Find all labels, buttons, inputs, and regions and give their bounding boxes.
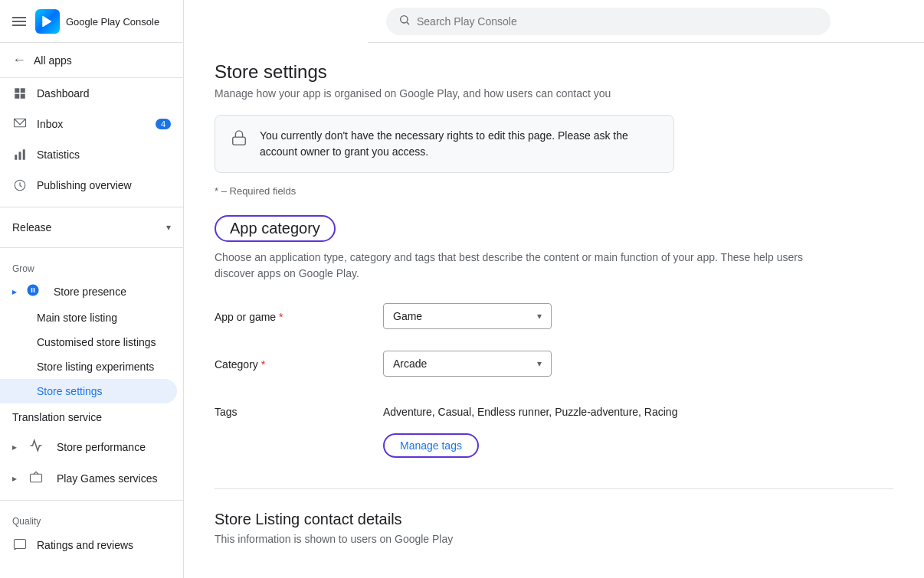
svg-rect-5 xyxy=(15,155,17,160)
required-fields-note: * – Required fields xyxy=(215,185,893,197)
sidebar-item-store-settings[interactable]: Store settings xyxy=(0,379,177,403)
svg-rect-2 xyxy=(15,94,19,99)
svg-rect-9 xyxy=(31,474,42,482)
play-games-icon xyxy=(29,470,43,486)
svg-rect-7 xyxy=(23,149,25,160)
tags-label: Tags xyxy=(215,398,368,418)
inbox-label: Inbox xyxy=(37,118,63,130)
store-performance-expand-icon: ▸ xyxy=(12,442,17,452)
ratings-icon xyxy=(12,537,28,553)
contact-section-subtitle: This information is shown to users on Go… xyxy=(215,533,893,545)
store-performance-label: Store performance xyxy=(57,441,146,453)
sidebar-item-translation-service[interactable]: Translation service xyxy=(0,403,183,431)
statistics-icon xyxy=(12,147,28,162)
translation-service-label: Translation service xyxy=(12,411,102,423)
publishing-overview-icon xyxy=(12,178,28,193)
page-subtitle: Manage how your app is organised on Goog… xyxy=(215,87,893,100)
sidebar-item-customised-store-listings[interactable]: Customised store listings xyxy=(0,330,183,354)
sidebar-item-publishing-overview[interactable]: Publishing overview xyxy=(0,170,183,201)
contact-details-section: Store Listing contact details This infor… xyxy=(215,511,893,545)
search-input[interactable] xyxy=(417,15,818,28)
back-arrow-icon: ← xyxy=(12,52,26,68)
store-performance-header[interactable]: ▸ Store performance xyxy=(0,431,183,462)
play-logo-icon xyxy=(35,9,60,34)
app-category-description: Choose an application type, category and… xyxy=(215,250,827,282)
grow-section-label: Grow xyxy=(0,254,183,277)
svg-rect-14 xyxy=(233,137,246,145)
sidebar-header-title: Google Play Console xyxy=(66,15,159,28)
divider-2 xyxy=(0,247,183,248)
sidebar-item-main-store-listing[interactable]: Main store listing xyxy=(0,305,183,330)
quality-section-label: Quality xyxy=(0,507,183,530)
ratings-and-reviews-label: Ratings and reviews xyxy=(37,539,133,551)
store-presence-icon xyxy=(26,283,40,299)
sidebar-header: Google Play Console xyxy=(0,0,183,43)
svg-rect-1 xyxy=(21,88,25,93)
section-divider xyxy=(215,488,893,489)
topbar xyxy=(368,0,924,43)
play-games-expand-icon: ▸ xyxy=(12,473,17,484)
svg-rect-3 xyxy=(21,94,25,99)
app-or-game-label: App or game * xyxy=(215,303,368,323)
all-apps-button[interactable]: ← All apps xyxy=(0,43,183,78)
svg-rect-10 xyxy=(15,540,26,549)
page-title: Store settings xyxy=(215,61,893,83)
category-dropdown-arrow-icon: ▾ xyxy=(537,358,542,369)
sidebar-item-dashboard[interactable]: Dashboard xyxy=(0,78,183,109)
sidebar-item-ratings-reviews[interactable]: Ratings and reviews xyxy=(0,530,183,560)
divider-3 xyxy=(0,500,183,501)
tags-value: Adventure, Casual, Endless runner, Puzzl… xyxy=(383,398,677,418)
release-chevron-icon: ▾ xyxy=(166,222,171,233)
sidebar: Google Play Console ← All apps Dashboard… xyxy=(0,0,184,578)
dashboard-icon xyxy=(12,86,28,101)
play-games-services-label: Play Games services xyxy=(57,472,157,485)
app-category-title: App category xyxy=(215,215,336,242)
category-select[interactable]: Arcade ▾ xyxy=(383,351,552,377)
hamburger-icon[interactable] xyxy=(12,15,26,28)
svg-line-13 xyxy=(407,22,409,24)
publishing-overview-label: Publishing overview xyxy=(37,179,132,191)
inbox-badge: 4 xyxy=(156,119,171,129)
sidebar-item-statistics[interactable]: Statistics xyxy=(0,139,183,170)
release-label: Release xyxy=(12,221,159,233)
svg-rect-0 xyxy=(15,88,19,93)
dashboard-label: Dashboard xyxy=(37,87,90,100)
app-or-game-select[interactable]: Game ▾ xyxy=(383,303,552,329)
statistics-label: Statistics xyxy=(37,149,80,161)
category-label: Category * xyxy=(215,351,368,371)
svg-point-12 xyxy=(401,15,408,22)
inbox-icon xyxy=(12,116,28,132)
manage-tags-button[interactable]: Manage tags xyxy=(383,433,479,458)
dropdown-arrow-icon: ▾ xyxy=(537,311,542,322)
tags-row: Tags Adventure, Casual, Endless runner, … xyxy=(215,398,893,458)
app-or-game-row: App or game * Game ▾ xyxy=(215,303,893,329)
store-presence-header[interactable]: ▸ Store presence xyxy=(0,277,183,305)
contact-section-title: Store Listing contact details xyxy=(215,511,893,528)
divider-1 xyxy=(0,207,183,207)
all-apps-label: All apps xyxy=(34,54,72,67)
svg-rect-6 xyxy=(19,152,21,160)
release-group-header[interactable]: Release ▾ xyxy=(0,214,183,241)
sidebar-item-inbox[interactable]: Inbox 4 xyxy=(0,109,183,139)
sidebar-item-store-listing-experiments[interactable]: Store listing experiments xyxy=(0,354,183,379)
main-content: Store settings Manage how your app is or… xyxy=(184,43,924,578)
play-games-services-header[interactable]: ▸ Play Games services xyxy=(0,462,183,494)
store-presence-label: Store presence xyxy=(54,286,126,298)
access-warning-text: You currently don't have the necessary r… xyxy=(260,128,658,160)
lock-icon xyxy=(231,129,247,150)
search-icon xyxy=(398,14,411,29)
category-row: Category * Arcade ▾ xyxy=(215,351,893,377)
store-performance-icon xyxy=(29,439,43,455)
store-presence-expand-icon: ▸ xyxy=(12,286,17,297)
access-warning-banner: You currently don't have the necessary r… xyxy=(215,115,674,173)
search-bar[interactable] xyxy=(386,8,831,35)
